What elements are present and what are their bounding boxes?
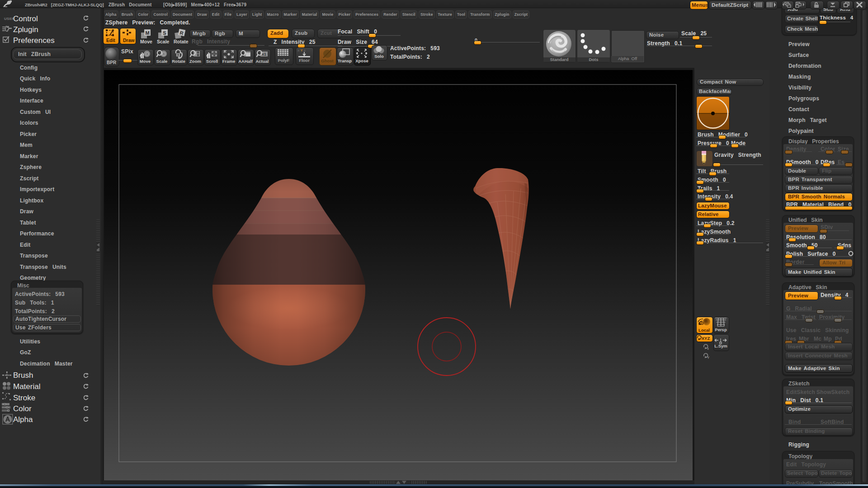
svg-text:x1: x1 (262, 52, 266, 56)
svg-text:M: M (145, 30, 149, 36)
svg-text:S: S (163, 30, 166, 36)
svg-text:z: z (708, 347, 709, 350)
svg-text:XYZ: XYZ (702, 336, 710, 341)
svg-text:Standard: Standard (550, 57, 568, 62)
svg-text:Y: Y (708, 356, 710, 359)
svg-text:Dots: Dots (589, 57, 598, 62)
